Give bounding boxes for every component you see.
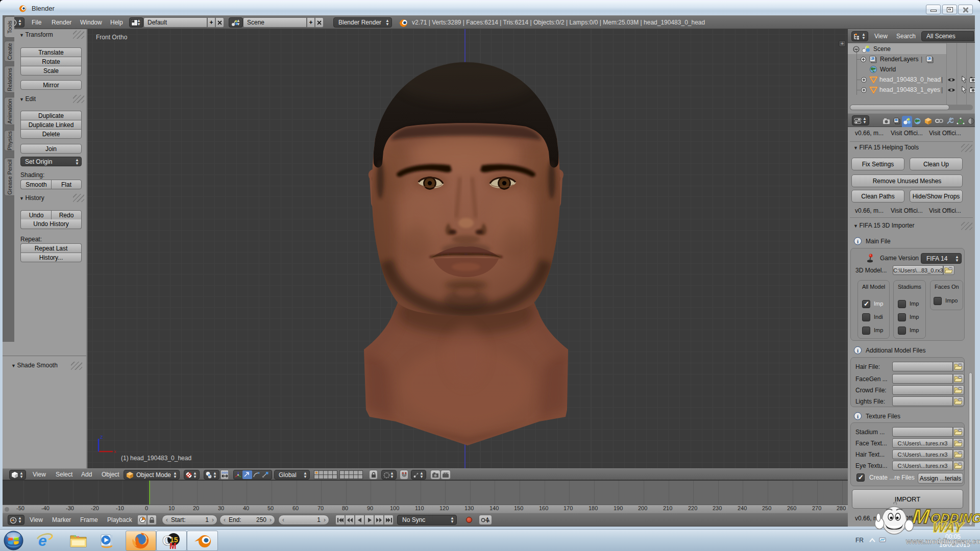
svg-text:x: x bbox=[114, 449, 116, 454]
svg-text:M: M bbox=[169, 542, 176, 550]
svg-text:Z: Z bbox=[100, 435, 103, 440]
svg-text:WAY: WAY bbox=[932, 519, 966, 535]
svg-text:www.moddingway.com: www.moddingway.com bbox=[905, 537, 980, 545]
svg-text:M: M bbox=[911, 505, 932, 528]
